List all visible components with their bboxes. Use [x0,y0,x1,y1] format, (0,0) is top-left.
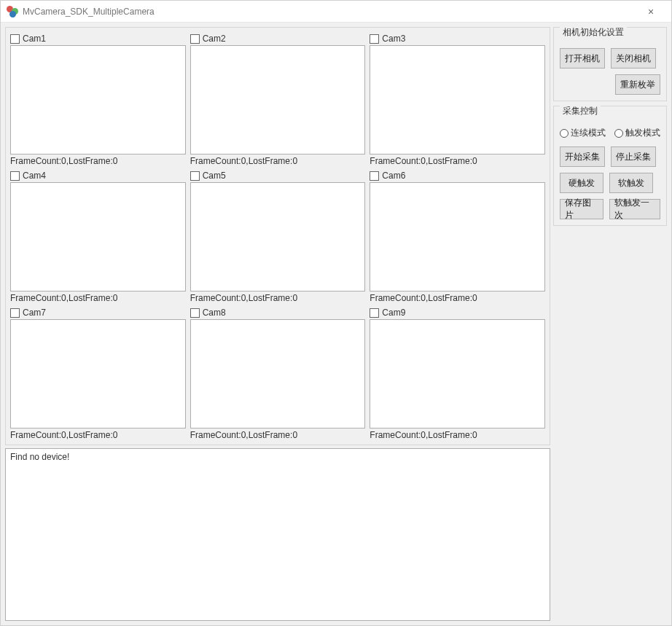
title-bar: MvCamera_SDK_MultipleCamera × [1,1,671,23]
camera-view [190,319,366,429]
close-camera-button[interactable]: 关闭相机 [611,48,656,69]
radio-icon [614,129,623,138]
camera-label: Cam4 [23,171,46,181]
camera-label: Cam1 [23,34,46,44]
hard-trigger-button[interactable]: 硬触发 [560,173,603,193]
camera-view [10,182,186,292]
camera-cell: Cam5 FrameCount:0,LostFrame:0 [190,171,366,303]
camera-status: FrameCount:0,LostFrame:0 [370,156,545,166]
camera-view [10,45,186,154]
open-camera-button[interactable]: 打开相机 [560,48,605,69]
camera-status: FrameCount:0,LostFrame:0 [190,293,366,303]
radio-icon [560,129,569,138]
camera-cell: Cam4 FrameCount:0,LostFrame:0 [10,171,186,303]
camera-view [370,182,545,292]
soft-trigger-button[interactable]: 软触发 [609,173,653,193]
camera-label: Cam8 [203,308,226,318]
camera-cell: Cam8 FrameCount:0,LostFrame:0 [190,308,366,440]
camera-cell: Cam3 FrameCount:0,LostFrame:0 [370,34,545,166]
camera-grid-panel: Cam1 FrameCount:0,LostFrame:0 Cam2 [5,27,550,445]
camera-status: FrameCount:0,LostFrame:0 [10,156,186,166]
camera-label: Cam3 [382,34,405,44]
camera-checkbox[interactable] [370,308,379,318]
camera-label: Cam7 [23,308,46,318]
camera-cell: Cam6 FrameCount:0,LostFrame:0 [370,171,545,303]
camera-label: Cam6 [382,171,405,181]
camera-cell: Cam1 FrameCount:0,LostFrame:0 [10,34,186,166]
app-window: MvCamera_SDK_MultipleCamera × Cam1 [0,0,672,626]
capture-group-title: 采集控制 [560,105,601,117]
log-panel: Find no device! [5,448,550,621]
camera-view [370,45,545,154]
init-group: 相机初始化设置 打开相机 关闭相机 重新枚举 [553,27,667,101]
camera-status: FrameCount:0,LostFrame:0 [10,293,186,303]
close-icon[interactable]: × [636,6,665,17]
camera-cell: Cam7 FrameCount:0,LostFrame:0 [10,308,186,440]
camera-status: FrameCount:0,LostFrame:0 [370,430,545,440]
camera-checkbox[interactable] [370,171,379,181]
camera-cell: Cam2 FrameCount:0,LostFrame:0 [190,34,366,166]
save-image-button[interactable]: 保存图片 [560,199,603,219]
start-capture-button[interactable]: 开始采集 [560,146,605,167]
camera-label: Cam2 [203,34,226,44]
init-group-title: 相机初始化设置 [560,26,627,39]
camera-view [190,182,366,292]
camera-view [190,45,366,154]
camera-status: FrameCount:0,LostFrame:0 [190,430,366,440]
stop-capture-button[interactable]: 停止采集 [611,146,656,167]
soft-trigger-once-button[interactable]: 软触发一次 [609,199,660,219]
client-area: Cam1 FrameCount:0,LostFrame:0 Cam2 [1,23,671,625]
log-text: Find no device! [10,452,69,462]
camera-cell: Cam9 FrameCount:0,LostFrame:0 [370,308,545,440]
camera-checkbox[interactable] [370,34,379,44]
reenumerate-button[interactable]: 重新枚举 [615,74,660,95]
camera-checkbox[interactable] [190,34,200,44]
capture-group: 采集控制 连续模式 触发模式 开始采集 停止采集 [553,106,667,226]
camera-view [370,319,545,429]
trigger-mode-radio[interactable]: 触发模式 [614,127,660,139]
camera-label: Cam9 [382,308,405,318]
radio-label: 触发模式 [625,127,660,139]
app-icon [7,6,18,17]
camera-checkbox[interactable] [190,308,200,318]
camera-label: Cam5 [203,171,226,181]
window-title: MvCamera_SDK_MultipleCamera [23,7,155,17]
camera-status: FrameCount:0,LostFrame:0 [10,430,186,440]
camera-checkbox[interactable] [10,308,20,318]
continuous-mode-radio[interactable]: 连续模式 [560,127,606,139]
camera-checkbox[interactable] [190,171,200,181]
radio-label: 连续模式 [571,127,606,139]
camera-view [10,319,186,429]
camera-checkbox[interactable] [10,171,20,181]
camera-status: FrameCount:0,LostFrame:0 [190,156,366,166]
camera-status: FrameCount:0,LostFrame:0 [370,293,545,303]
camera-checkbox[interactable] [10,34,20,44]
